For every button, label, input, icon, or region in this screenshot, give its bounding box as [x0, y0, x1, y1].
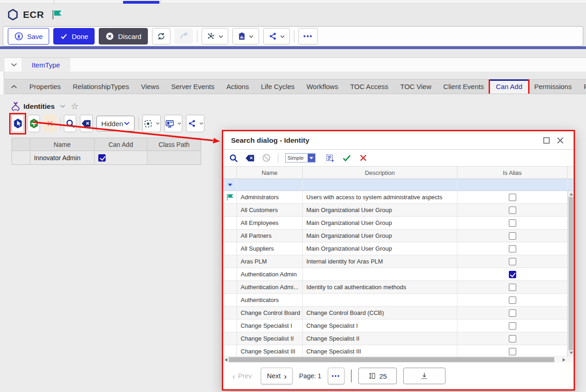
cell-description[interactable]: Change Specialist II — [303, 332, 457, 345]
cell-name[interactable]: Change Specialist III — [237, 345, 303, 356]
column-header-name[interactable]: Name — [237, 167, 303, 179]
tab-life-cycles[interactable]: Life Cycles — [255, 79, 300, 94]
chevron-down-icon[interactable] — [11, 63, 17, 67]
collapse-panel-icon[interactable] — [5, 79, 23, 94]
cancel-selection-button[interactable] — [359, 153, 368, 162]
next-page-button[interactable]: Next › — [261, 368, 293, 384]
table-row[interactable]: All Partners Main Organizational User Gr… — [223, 230, 568, 242]
dialog-clear-button[interactable] — [245, 154, 255, 162]
cell-description[interactable]: Users with access to system administrati… — [303, 191, 457, 203]
icon-column-header[interactable] — [12, 138, 30, 151]
cell-name[interactable]: Authentication Admin — [237, 268, 303, 280]
is-alias-checkbox[interactable] — [509, 245, 516, 252]
cell-name[interactable]: Authenticators — [237, 294, 303, 306]
table-row[interactable]: All Suppliers Main Organizational User G… — [223, 242, 568, 255]
search-mode-select[interactable]: Simple — [285, 153, 316, 162]
share-menu-button[interactable] — [263, 28, 290, 45]
vertical-scroll-thumb[interactable] — [569, 197, 573, 350]
export-download-button[interactable] — [403, 368, 445, 384]
can-add-checkbox[interactable] — [98, 154, 106, 162]
cell-name[interactable]: All Employees — [237, 217, 303, 229]
cell-name[interactable]: Authentication Admi... — [237, 281, 303, 293]
focus-menu-button[interactable] — [142, 115, 161, 132]
display-menu-button[interactable] — [164, 115, 183, 132]
visibility-select[interactable]: Hidden — [96, 116, 135, 131]
table-row[interactable]: All Customers Main Organizational User G… — [223, 204, 568, 217]
add-existing-identity-button[interactable] — [11, 115, 24, 132]
column-header-class-path[interactable]: Class Path — [147, 138, 201, 151]
is-alias-checkbox[interactable] — [509, 322, 516, 330]
is-alias-checkbox[interactable] — [509, 207, 516, 214]
cell-name[interactable]: Aras PLM — [237, 255, 303, 268]
column-header-can-add[interactable]: Can Add — [95, 138, 147, 151]
save-button[interactable]: Save — [8, 28, 49, 45]
column-header-name[interactable]: Name — [30, 138, 95, 151]
cell-name[interactable]: All Customers — [237, 204, 303, 216]
tab-server-events[interactable]: Server Events — [165, 79, 220, 94]
scroll-down-arrow-icon[interactable] — [569, 352, 573, 354]
dialog-search-button[interactable] — [229, 153, 238, 163]
column-header-is-alias[interactable]: Is Alias — [457, 167, 568, 179]
dialog-title-bar[interactable]: Search dialog - Identity — [223, 131, 574, 150]
maximize-button[interactable] — [540, 134, 553, 146]
is-alias-checkbox[interactable] — [509, 348, 516, 355]
add-criteria-button[interactable] — [325, 153, 335, 163]
cell-name[interactable]: All Suppliers — [237, 242, 303, 255]
cell-name[interactable]: All Partners — [237, 230, 303, 242]
structure-menu-button[interactable] — [202, 28, 228, 45]
table-row[interactable]: All Employees Main Organizational User G… — [223, 217, 568, 230]
cell-name[interactable]: Change Control Board — [237, 307, 303, 319]
scroll-left-arrow-icon[interactable] — [225, 358, 227, 362]
cell-name[interactable]: Change Specialist I — [237, 319, 303, 332]
vertical-scrollbar[interactable] — [568, 191, 574, 356]
reports-menu-button[interactable] — [232, 28, 259, 45]
page-size-control[interactable]: 25 — [358, 368, 397, 384]
filter-cell-description[interactable] — [303, 179, 457, 190]
confirm-selection-button[interactable] — [342, 153, 352, 163]
cell-description[interactable]: Change Specialist III — [303, 345, 457, 356]
is-alias-checkbox[interactable] — [509, 284, 516, 291]
tab-views[interactable]: Views — [135, 79, 165, 94]
table-row[interactable]: Change Specialist III Change Specialist … — [223, 345, 568, 356]
favorite-star-icon[interactable]: ☆ — [71, 102, 79, 111]
clear-search-button[interactable] — [80, 115, 92, 132]
cell-description[interactable]: Change Specialist I — [303, 319, 457, 332]
table-row[interactable]: Change Specialist I Change Specialist I — [223, 319, 568, 332]
table-row[interactable]: Authenticators — [223, 294, 568, 307]
table-row[interactable]: Administrators Users with access to syst… — [223, 191, 568, 204]
window-tab-strip[interactable] — [0, 0, 586, 4]
cell-description[interactable]: Identity to call authentication methods — [303, 281, 457, 293]
horizontal-scrollbar[interactable] — [223, 356, 574, 363]
search-button[interactable] — [64, 115, 76, 132]
discard-button[interactable]: Discard — [99, 28, 148, 45]
flag-icon[interactable] — [51, 10, 62, 20]
column-header-description[interactable]: Description — [303, 167, 457, 179]
cell-description[interactable]: Main Organizational User Group — [303, 242, 457, 255]
cell-name[interactable]: Innovator Admin — [30, 151, 95, 164]
tab-client-events[interactable]: Client Events — [437, 79, 490, 94]
is-alias-checkbox[interactable] — [509, 219, 516, 227]
share-grid-menu-button[interactable] — [186, 115, 204, 132]
cell-description[interactable] — [303, 294, 457, 306]
table-row[interactable]: Authentication Admi... Identity to call … — [223, 281, 568, 294]
select-dropdown-button[interactable] — [308, 154, 315, 162]
filter-cell-is-alias[interactable] — [457, 179, 568, 190]
cell-description[interactable]: Internal identity for Aras PLM — [303, 255, 457, 268]
is-alias-checkbox[interactable] — [509, 232, 516, 240]
table-row[interactable]: Aras PLM Internal identity for Aras PLM — [223, 255, 568, 268]
scroll-up-arrow-icon[interactable] — [569, 193, 573, 196]
icon-column-header[interactable] — [223, 167, 237, 179]
cell-class-path[interactable] — [147, 151, 201, 164]
cell-description[interactable]: Change Control Board (CCB) — [303, 307, 457, 319]
cell-name[interactable]: Administrators — [237, 191, 303, 203]
table-row[interactable]: Change Specialist II Change Specialist I… — [223, 332, 568, 345]
cell-name[interactable]: Change Specialist II — [237, 332, 303, 345]
done-button[interactable]: Done — [53, 28, 95, 45]
itemtype-tab[interactable]: ItemType — [22, 58, 70, 72]
cell-description[interactable]: Main Organizational User Group — [303, 204, 457, 216]
tab-actions[interactable]: Actions — [220, 79, 255, 94]
cell-description[interactable] — [303, 268, 457, 280]
is-alias-checkbox[interactable] — [509, 297, 516, 304]
is-alias-checkbox[interactable] — [509, 258, 516, 265]
more-actions-button[interactable]: ••• — [299, 28, 318, 45]
